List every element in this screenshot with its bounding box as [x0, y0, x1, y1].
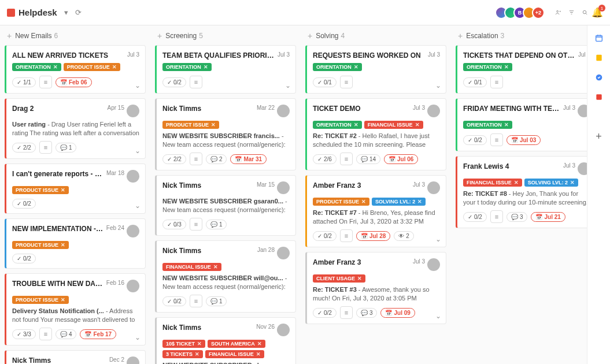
checklist-pill[interactable]: ✓ 0/3 [162, 220, 186, 229]
tag[interactable]: PRODUCT ISSUE✕ [313, 198, 369, 206]
chevron-down-icon[interactable]: ⌄ [135, 147, 141, 155]
card[interactable]: TICKETS THAT DEPEND ON OTHER LEVELSJul 3… [456, 45, 587, 94]
close-icon[interactable]: ✕ [257, 341, 262, 347]
close-icon[interactable]: ✕ [570, 180, 575, 185]
checklist-pill[interactable]: ✓ 0/2 [12, 254, 36, 263]
filter-icon[interactable] [565, 9, 578, 16]
checklist-pill[interactable]: ✓ 0/2 [162, 296, 186, 306]
card[interactable]: ALL NEW ARRIVED TICKETSJul 3 ORIENTATION… [5, 45, 146, 94]
tag[interactable]: 10$ TICKET✕ [162, 340, 205, 348]
tag[interactable]: SOUTH AMERICA✕ [208, 340, 265, 348]
due-date-pill[interactable]: 📅 Feb 06 [56, 77, 92, 87]
card[interactable]: NEW IMPLEMENTATION - Yves & ...Feb 24 PR… [5, 218, 146, 269]
checklist-pill[interactable]: ✓ 0/2 [313, 308, 337, 318]
tag[interactable]: ORIENTATION✕ [12, 63, 61, 71]
checklist-pill[interactable]: ✓ 2/2 [12, 143, 36, 153]
tag[interactable]: ORIENTATION✕ [463, 121, 512, 129]
tag[interactable]: PRODUCT ISSUE✕ [64, 63, 120, 71]
close-icon[interactable]: ✕ [354, 122, 358, 128]
tag[interactable]: SOLVING LVL: 2✕ [524, 179, 578, 187]
card[interactable]: Amber Franz 3Jul 3 PRODUCT ISSUE✕SOLVING… [305, 175, 446, 247]
checklist-pill[interactable]: ✓ 0/2 [12, 199, 36, 209]
close-icon[interactable]: ✕ [204, 64, 208, 70]
chevron-down-icon[interactable]: ⌄ [285, 81, 291, 90]
card[interactable]: TROUBLE WITH NEW DASHBOARDFeb 16 PRODUCT… [5, 273, 146, 346]
card[interactable]: I can't generate reports - margot...Mar … [5, 164, 146, 214]
tag[interactable]: SOLVING LVL: 2✕ [372, 198, 426, 206]
close-icon[interactable]: ✕ [211, 122, 216, 128]
due-date-pill[interactable]: 📅 Jul 03 [507, 135, 541, 145]
description-icon[interactable]: ≡ [190, 76, 202, 88]
card[interactable]: Nick TimmsJan 28 FINANCIAL ISSUE✕ NEW WE… [155, 240, 296, 313]
checklist-pill[interactable]: ✓ 1/1 [12, 77, 36, 87]
description-icon[interactable]: ≡ [340, 229, 353, 242]
chevron-down-icon[interactable]: ⌄ [435, 235, 441, 243]
due-date-pill[interactable]: 📅 Mar 31 [230, 154, 267, 164]
close-icon[interactable]: ✕ [417, 199, 422, 205]
close-icon[interactable]: ✕ [61, 297, 65, 303]
checklist-pill[interactable]: ✓ 0/2 [463, 212, 487, 222]
description-icon[interactable]: ≡ [39, 141, 52, 154]
due-date-pill[interactable]: 📅 Jul 28 [356, 231, 390, 241]
close-icon[interactable]: ✕ [256, 351, 261, 357]
tasks-icon[interactable] [594, 73, 604, 82]
tag[interactable]: ORIENTATION✕ [463, 63, 512, 71]
chevron-down-icon[interactable]: ⌄ [135, 333, 141, 341]
due-date-pill[interactable]: 📅 Jul 06 [384, 154, 418, 164]
description-icon[interactable]: ≡ [190, 218, 202, 231]
close-icon[interactable]: ✕ [514, 180, 519, 185]
chevron-down-icon[interactable]: ▾ [61, 8, 72, 17]
description-icon[interactable]: ≡ [490, 210, 503, 223]
card[interactable]: REQUESTS BEING WORKED ONJul 3 ORIENTATIO… [305, 45, 446, 94]
refresh-icon[interactable]: ⟳ [72, 8, 85, 17]
close-icon[interactable]: ✕ [361, 199, 366, 205]
description-icon[interactable]: ≡ [190, 153, 202, 165]
watchers-pill[interactable]: 👁 2 [394, 231, 414, 241]
due-date-pill[interactable]: 📅 Jul 21 [531, 212, 565, 222]
notifications-icon[interactable]: 🔔1 [591, 7, 603, 18]
add-user-icon[interactable] [552, 9, 565, 16]
description-icon[interactable]: ≡ [190, 295, 202, 307]
comments-pill[interactable]: 💬 14 [356, 154, 380, 164]
tag[interactable]: ORIENTATION✕ [313, 121, 362, 129]
checklist-pill[interactable]: ✓ 2/2 [162, 154, 186, 164]
description-icon[interactable]: ≡ [340, 153, 353, 165]
tag[interactable]: FINANCIAL ISSUE✕ [364, 121, 423, 129]
card[interactable]: FRIDAY MEETING WITH TECH ...Jul 3 ORIENT… [456, 98, 587, 151]
add-addon-icon[interactable]: + [594, 132, 604, 141]
search-icon[interactable] [578, 9, 591, 16]
chevron-down-icon[interactable]: ⌄ [135, 81, 141, 90]
tag[interactable]: PRODUCT ISSUE✕ [12, 296, 69, 304]
comments-pill[interactable]: 💬 3 [507, 212, 528, 222]
close-icon[interactable]: ✕ [213, 264, 218, 270]
card[interactable]: Drag 2Apr 15 User rating - Drag User rat… [5, 98, 146, 159]
chevron-down-icon[interactable]: ⌄ [135, 202, 141, 210]
comments-pill[interactable]: 💬 1 [56, 143, 77, 153]
comments-pill[interactable]: 💬 1 [206, 220, 227, 229]
close-icon[interactable]: ✕ [415, 122, 420, 128]
tag[interactable]: ORIENTATION✕ [313, 63, 362, 71]
close-icon[interactable]: ✕ [357, 276, 362, 281]
description-icon[interactable]: ≡ [39, 76, 52, 88]
close-icon[interactable]: ✕ [504, 64, 509, 70]
presence-avatars[interactable]: B +2 [498, 6, 545, 19]
comments-pill[interactable]: 💬 3 [356, 308, 378, 318]
contacts-icon[interactable] [594, 92, 604, 102]
close-icon[interactable]: ✕ [197, 341, 202, 347]
tag[interactable]: CLIENT USAGE✕ [313, 274, 365, 283]
card[interactable]: Nick TimmsMar 15 NEW WEBSITE SUBSCRIBER … [155, 175, 296, 236]
tag[interactable]: PRODUCT ISSUE✕ [12, 186, 69, 194]
add-card-button[interactable]: + [7, 31, 12, 40]
description-icon[interactable]: ≡ [340, 306, 353, 319]
close-icon[interactable]: ✕ [61, 187, 65, 193]
due-date-pill[interactable]: 📅 Jul 09 [380, 308, 415, 318]
tag[interactable]: FINANCIAL ISSUE✕ [205, 350, 264, 358]
chevron-down-icon[interactable]: ⌄ [435, 81, 441, 90]
description-icon[interactable]: ≡ [490, 133, 503, 146]
add-card-button[interactable]: + [157, 31, 162, 40]
comments-pill[interactable]: 💬 1 [206, 296, 227, 306]
checklist-pill[interactable]: ✓ 0/2 [313, 231, 337, 241]
card[interactable]: Nick TimmsNov 26 10$ TICKET✕ SOUTH AMERI… [155, 317, 296, 364]
close-icon[interactable]: ✕ [354, 64, 358, 70]
checklist-pill[interactable]: ✓ 0/2 [463, 135, 487, 145]
